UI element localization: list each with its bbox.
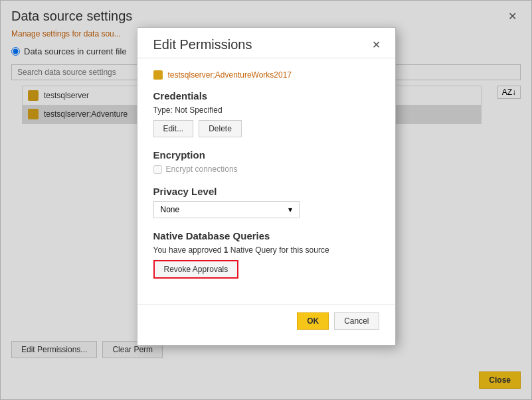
modal-ds-name-label: testsqlserver;AdventureWorks2017 <box>168 70 292 80</box>
privacy-section-title: Privacy Level <box>153 186 379 197</box>
modal-footer: OK Cancel <box>137 304 395 340</box>
native-desc-post: Native Query for this source <box>228 245 329 255</box>
native-queries-desc: You have approved 1 Native Query for thi… <box>153 245 379 255</box>
credentials-section-title: Credentials <box>153 90 379 101</box>
native-queries-section: Native Database Queries You have approve… <box>153 230 379 279</box>
main-window: Data source settings ✕ Manage settings f… <box>0 0 532 400</box>
modal-header: Edit Permissions ✕ <box>137 28 395 58</box>
privacy-dropdown[interactable]: None ▾ <box>153 201 300 218</box>
modal-ok-button[interactable]: OK <box>297 312 329 330</box>
native-query-count: 1 <box>224 245 228 255</box>
encrypt-check: Encrypt connections <box>153 165 379 174</box>
revoke-approvals-button[interactable]: Revoke Approvals <box>153 260 239 279</box>
privacy-selected: None <box>161 205 180 214</box>
encrypt-label: Encrypt connections <box>166 165 238 174</box>
encryption-section: Encryption Encrypt connections <box>153 149 379 174</box>
native-queries-title: Native Database Queries <box>153 230 379 241</box>
modal-overlay: Edit Permissions ✕ testsqlserver;Adventu… <box>1 1 531 399</box>
encryption-section-title: Encryption <box>153 149 379 161</box>
native-desc-pre: You have approved <box>153 245 224 255</box>
modal-body: testsqlserver;AdventureWorks2017 Credent… <box>137 58 395 299</box>
edit-credentials-button[interactable]: Edit... <box>153 120 194 137</box>
modal-database-icon <box>153 70 163 80</box>
credentials-type: Type: Not Specified <box>153 105 379 115</box>
chevron-down-icon: ▾ <box>288 205 292 214</box>
encrypt-checkbox[interactable] <box>153 165 162 174</box>
modal-cancel-button[interactable]: Cancel <box>334 312 379 330</box>
modal-ds-name: testsqlserver;AdventureWorks2017 <box>153 70 379 80</box>
credentials-buttons: Edit... Delete <box>153 120 379 137</box>
modal-close-button[interactable]: ✕ <box>368 37 385 52</box>
edit-permissions-modal: Edit Permissions ✕ testsqlserver;Adventu… <box>137 27 396 346</box>
modal-title: Edit Permissions <box>153 37 252 52</box>
delete-credentials-button[interactable]: Delete <box>199 120 242 137</box>
privacy-section: Privacy Level None ▾ <box>153 186 379 218</box>
